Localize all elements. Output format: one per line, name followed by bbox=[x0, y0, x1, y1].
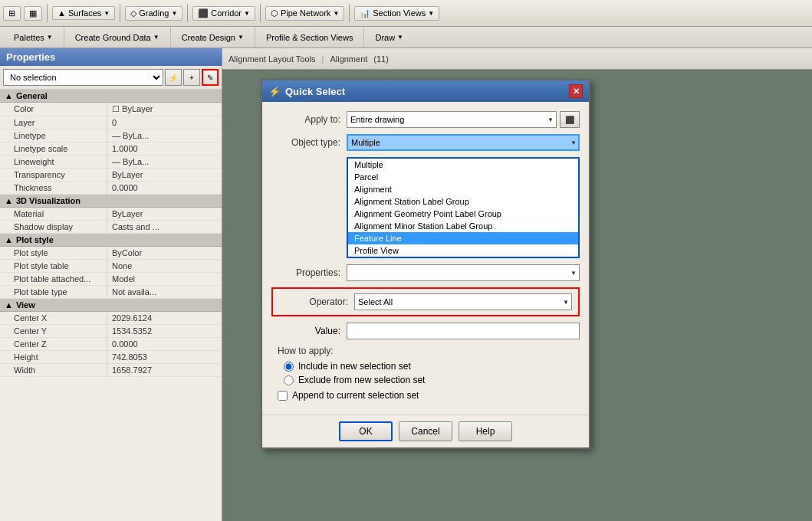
create-ground-btn[interactable]: Create Ground Data ▼ bbox=[71, 31, 164, 44]
palettes-btn[interactable]: Palettes ▼ bbox=[9, 31, 58, 44]
create-design-arrow: ▼ bbox=[238, 34, 244, 41]
draw-btn[interactable]: Draw ▼ bbox=[370, 31, 408, 44]
operator-select[interactable]: Select All bbox=[354, 293, 572, 310]
operator-label: Operator: bbox=[279, 297, 348, 307]
table-row: Lineweight — ByLa... bbox=[0, 156, 222, 169]
value-label: Value: bbox=[271, 326, 340, 336]
grading-arrow: ▼ bbox=[171, 10, 177, 17]
surfaces-label: Surfaces bbox=[68, 8, 101, 18]
active-icon-btn[interactable]: ✎ bbox=[202, 69, 219, 86]
value-input[interactable] bbox=[347, 323, 580, 339]
how-to-label: How to apply: bbox=[278, 346, 580, 356]
section-views-btn[interactable]: 📊 Section Views ▼ bbox=[354, 6, 439, 21]
corridor-btn[interactable]: ⬛ Corridor ▼ bbox=[192, 6, 255, 21]
palettes-section: Palettes ▼ bbox=[3, 27, 64, 48]
create-design-label: Create Design bbox=[182, 33, 235, 42]
properties-row: Properties: bbox=[271, 264, 580, 281]
exclude-radio-row: Exclude from new selection set bbox=[284, 375, 580, 385]
quick-select-icon-btn[interactable]: ⚡ bbox=[165, 69, 182, 86]
append-checkbox[interactable] bbox=[278, 391, 288, 401]
feature-line-item[interactable]: Feature Line bbox=[348, 232, 578, 244]
create-design-btn[interactable]: Create Design ▼ bbox=[177, 31, 248, 44]
properties-select[interactable] bbox=[347, 264, 580, 281]
ok-button[interactable]: OK bbox=[339, 421, 393, 441]
table-row: Transparency ByLayer bbox=[0, 169, 222, 182]
view-label: View bbox=[16, 300, 35, 310]
object-type-select[interactable]: Multiple Parcel Alignment Feature Line bbox=[347, 134, 580, 151]
pipe-network-btn[interactable]: ⬡ Pipe Network ▼ bbox=[265, 6, 344, 21]
list-item[interactable]: Alignment Station Label Group bbox=[348, 195, 578, 208]
profile-section-btn[interactable]: Profile & Section Views bbox=[261, 31, 358, 44]
alignment-text: Alignment bbox=[330, 54, 367, 64]
object-type-row: Object type: Multiple Parcel Alignment F… bbox=[271, 134, 580, 151]
apply-to-row: Apply to: Entire drawing ⬛ bbox=[271, 111, 580, 128]
plot-collapse-icon: ▲ bbox=[5, 235, 13, 244]
operator-row: Operator: Select All bbox=[279, 293, 572, 310]
create-ground-section: Create Ground Data ▼ bbox=[64, 27, 171, 48]
plot-label: Plot style bbox=[16, 235, 54, 244]
list-item[interactable]: Alignment Geometry Point Label Group bbox=[348, 208, 578, 220]
separator-2 bbox=[120, 4, 120, 22]
include-radio[interactable] bbox=[284, 362, 294, 372]
pipe-arrow: ▼ bbox=[333, 10, 339, 17]
list-item[interactable]: Alignment bbox=[348, 183, 578, 195]
surfaces-btn[interactable]: ▲ Surfaces ▼ bbox=[52, 6, 115, 20]
section-views-icon: 📊 bbox=[360, 8, 370, 18]
dialog-close-btn[interactable]: ✕ bbox=[569, 84, 583, 98]
apply-to-select[interactable]: Entire drawing bbox=[347, 111, 557, 128]
object-type-dropdown-list: Multiple Parcel Alignment Alignment Stat… bbox=[347, 157, 580, 258]
3d-section-header: ▲ 3D Visualization bbox=[0, 195, 222, 208]
main-toolbar: ⊞ ▦ ▲ Surfaces ▼ ◇ Grading ▼ ⬛ Corridor … bbox=[0, 0, 812, 27]
list-item[interactable]: Alignment Minor Station Label Group bbox=[348, 220, 578, 232]
include-label: Include in new selection set bbox=[298, 361, 411, 372]
create-ground-label: Create Ground Data bbox=[75, 33, 151, 42]
alignment-separator: | bbox=[322, 54, 324, 64]
profile-section-section: Profile & Section Views bbox=[255, 27, 365, 48]
exclude-radio[interactable] bbox=[284, 375, 294, 385]
draw-arrow: ▼ bbox=[397, 34, 403, 41]
props-table: ▲ General Color ☐ ByLayer Layer 0 Linety… bbox=[0, 90, 222, 521]
operator-box: Operator: Select All bbox=[271, 287, 580, 316]
pick-add-btn[interactable]: + bbox=[183, 69, 200, 86]
palettes-label: Palettes bbox=[14, 33, 44, 42]
list-item[interactable]: Multiple bbox=[348, 159, 578, 171]
view-section-header: ▲ View bbox=[0, 299, 222, 312]
icon-grid-2[interactable]: ▦ bbox=[24, 6, 42, 21]
table-row: Plot style ByColor bbox=[0, 247, 222, 260]
main-area: Properties No selection ⚡ + ✎ ▲ General … bbox=[0, 48, 812, 521]
surfaces-icon: ▲ bbox=[58, 8, 66, 18]
cancel-button[interactable]: Cancel bbox=[399, 421, 452, 441]
pipe-label: Pipe Network bbox=[281, 8, 330, 18]
properties-panel: Properties No selection ⚡ + ✎ ▲ General … bbox=[0, 48, 222, 521]
selection-dropdown[interactable]: No selection bbox=[3, 69, 163, 86]
dialog-footer: OK Cancel Help bbox=[262, 415, 589, 447]
grading-btn[interactable]: ◇ Grading ▼ bbox=[125, 6, 182, 21]
dialog-icon: ⚡ bbox=[268, 86, 281, 97]
section-views-label: Section Views bbox=[373, 8, 426, 18]
corridor-label: Corridor bbox=[211, 8, 242, 18]
table-row: Linetype scale 1.0000 bbox=[0, 143, 222, 156]
grading-label: Grading bbox=[139, 8, 169, 18]
object-type-label: Object type: bbox=[271, 137, 340, 148]
apply-to-select-wrapper: Entire drawing bbox=[347, 111, 557, 128]
exclude-label: Exclude from new selection set bbox=[298, 375, 425, 385]
selection-bar: No selection ⚡ + ✎ bbox=[0, 66, 222, 90]
draw-section: Draw ▼ bbox=[364, 27, 414, 48]
properties-select-wrapper bbox=[347, 264, 580, 281]
help-button[interactable]: Help bbox=[459, 421, 512, 441]
icon-grid-1[interactable]: ⊞ bbox=[3, 6, 21, 21]
pipe-icon: ⬡ bbox=[271, 8, 278, 18]
separator-5 bbox=[349, 4, 350, 22]
list-item[interactable]: Parcel bbox=[348, 171, 578, 183]
table-row: Center Z 0.0000 bbox=[0, 338, 222, 351]
list-item[interactable]: Profile View bbox=[348, 244, 578, 257]
corridor-arrow: ▼ bbox=[244, 10, 250, 17]
section-views-arrow: ▼ bbox=[428, 10, 434, 17]
apply-to-picker-btn[interactable]: ⬛ bbox=[560, 111, 580, 128]
dialog-title-text: Quick Select bbox=[285, 86, 345, 97]
value-row: Value: bbox=[271, 323, 580, 339]
object-type-select-wrapper: Multiple Parcel Alignment Feature Line bbox=[347, 134, 580, 151]
grading-icon: ◇ bbox=[130, 8, 136, 18]
table-row: Plot style table None bbox=[0, 260, 222, 273]
general-label: General bbox=[16, 91, 48, 100]
